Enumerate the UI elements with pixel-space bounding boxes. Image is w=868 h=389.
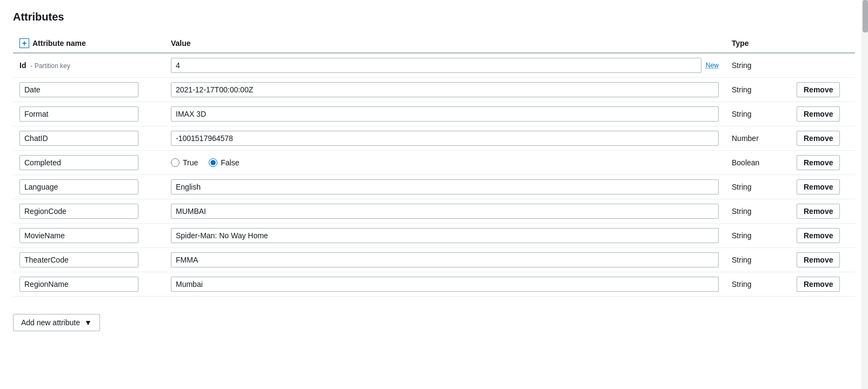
attr-name-cell [13, 248, 164, 272]
table-header-row: + Attribute name Value Type [13, 34, 855, 53]
table-row: NumberRemove [13, 126, 855, 151]
attr-value-input[interactable] [171, 131, 719, 146]
partition-key-value-input[interactable] [171, 58, 701, 73]
boolean-false-radio[interactable] [209, 158, 217, 167]
attr-value-input[interactable] [171, 204, 719, 219]
partition-key-row: Id - Partition key New String [13, 53, 855, 78]
add-new-attribute-dropdown-icon: ▼ [84, 318, 92, 327]
attr-name-input[interactable] [19, 204, 138, 219]
partition-key-action-cell [790, 53, 855, 78]
attr-name-cell [13, 272, 164, 297]
remove-button[interactable]: Remove [797, 179, 840, 194]
table-row: StringRemove [13, 102, 855, 126]
boolean-options: TrueFalse [171, 158, 719, 167]
add-new-attribute-label: Add new attribute [21, 318, 80, 327]
attr-value-input[interactable] [171, 277, 719, 292]
attr-action-cell: Remove [790, 272, 855, 297]
attr-name-input[interactable] [19, 82, 138, 97]
partition-key-name: Id [19, 61, 26, 70]
scrollbar-thumb[interactable] [863, 0, 868, 32]
attr-action-cell: Remove [790, 224, 855, 248]
col-action-header [790, 34, 855, 53]
add-attr-wrapper: Add new attribute ▼ [13, 305, 855, 331]
attr-action-cell: Remove [790, 102, 855, 126]
page-title: Attributes [13, 11, 855, 23]
attr-type-cell: String [725, 175, 790, 199]
col-value-header: Value [164, 34, 725, 53]
attr-value-cell: TrueFalse [164, 151, 725, 175]
attr-value-cell [164, 272, 725, 297]
attr-value-cell [164, 248, 725, 272]
attr-value-input[interactable] [171, 228, 719, 243]
partition-key-type-cell: String [725, 53, 790, 78]
table-row: StringRemove [13, 272, 855, 297]
attr-name-input[interactable] [19, 252, 138, 267]
attributes-panel: Attributes + Attribute name Value Type [0, 0, 868, 389]
attr-type-cell: String [725, 102, 790, 126]
attr-value-input[interactable] [171, 179, 719, 194]
attr-name-cell [13, 199, 164, 224]
attr-type-cell: String [725, 272, 790, 297]
attr-type-cell: String [725, 78, 790, 102]
attr-type-cell: Boolean [725, 151, 790, 175]
boolean-true-option[interactable]: True [171, 158, 198, 167]
attr-action-cell: Remove [790, 151, 855, 175]
attr-type-text: Number [732, 134, 759, 143]
col-type-label: Type [732, 39, 749, 48]
attr-action-cell: Remove [790, 248, 855, 272]
attr-action-cell: Remove [790, 78, 855, 102]
table-row: TrueFalseBooleanRemove [13, 151, 855, 175]
table-row: StringRemove [13, 78, 855, 102]
attr-type-text: String [732, 110, 752, 118]
attr-name-input[interactable] [19, 155, 138, 170]
remove-button[interactable]: Remove [797, 82, 840, 97]
remove-button[interactable]: Remove [797, 155, 840, 170]
col-type-header: Type [725, 34, 790, 53]
attributes-table: + Attribute name Value Type Id - Partiti… [13, 34, 855, 297]
attr-type-text: String [732, 231, 752, 240]
remove-button[interactable]: Remove [797, 252, 840, 267]
attr-value-input[interactable] [171, 252, 719, 267]
attr-value-cell [164, 199, 725, 224]
remove-button[interactable]: Remove [797, 204, 840, 219]
boolean-false-option[interactable]: False [209, 158, 239, 167]
attr-value-cell [164, 175, 725, 199]
boolean-true-radio[interactable] [171, 158, 180, 167]
add-new-attribute-button[interactable]: Add new attribute ▼ [13, 314, 100, 331]
remove-button[interactable]: Remove [797, 131, 840, 146]
col-name-header: + Attribute name [13, 34, 164, 53]
partition-key-name-cell: Id - Partition key [13, 53, 164, 78]
attr-name-cell [13, 126, 164, 151]
remove-button[interactable]: Remove [797, 277, 840, 292]
attr-type-cell: String [725, 224, 790, 248]
col-name-label: Attribute name [32, 39, 86, 48]
attr-action-cell: Remove [790, 199, 855, 224]
new-badge: New [706, 62, 719, 69]
scrollbar-track[interactable] [862, 0, 868, 389]
attr-value-input[interactable] [171, 106, 719, 122]
attr-type-text: String [732, 256, 752, 264]
attr-value-input[interactable] [171, 82, 719, 97]
boolean-false-label: False [221, 158, 239, 167]
attr-name-input[interactable] [19, 179, 138, 194]
attr-name-cell [13, 175, 164, 199]
attr-action-cell: Remove [790, 126, 855, 151]
remove-button[interactable]: Remove [797, 228, 840, 243]
col-value-label: Value [171, 39, 191, 48]
remove-button[interactable]: Remove [797, 106, 840, 122]
partition-key-type: String [732, 61, 752, 70]
boolean-true-label: True [183, 158, 198, 167]
attr-name-input[interactable] [19, 106, 138, 122]
attr-value-cell [164, 78, 725, 102]
add-column-icon[interactable]: + [19, 38, 29, 48]
attr-name-cell [13, 151, 164, 175]
attr-name-input[interactable] [19, 228, 138, 243]
attr-type-text: String [732, 183, 752, 191]
table-row: StringRemove [13, 199, 855, 224]
attr-name-input[interactable] [19, 131, 138, 146]
attr-type-cell: Number [725, 126, 790, 151]
attr-name-input[interactable] [19, 277, 138, 292]
attr-action-cell: Remove [790, 175, 855, 199]
attr-type-cell: String [725, 199, 790, 224]
attr-type-text: String [732, 85, 752, 94]
